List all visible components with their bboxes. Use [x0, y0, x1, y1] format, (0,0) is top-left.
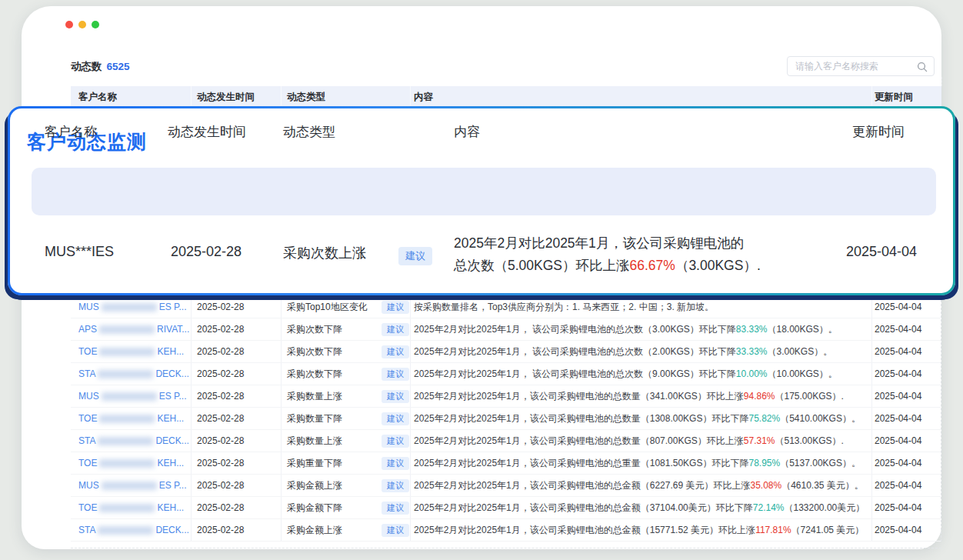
- dynamics-count-value: 6525: [107, 61, 130, 72]
- customer-name-link[interactable]: TOEKEH...: [78, 341, 192, 363]
- customer-name-link[interactable]: STADECK...: [78, 430, 192, 452]
- minimize-window-icon[interactable]: [78, 21, 86, 28]
- event-time: 2025-02-28: [197, 363, 244, 385]
- redacted-blur: [99, 504, 155, 512]
- redacted-blur: [98, 437, 153, 445]
- content-text: 2025年2月对比2025年1月，该公司采购锂电池的总金额（6227.69 美元…: [414, 480, 750, 491]
- column-header-customer: 客户名称: [78, 86, 117, 108]
- customer-name-suffix: ES P...: [159, 302, 187, 312]
- customer-name-link[interactable]: MUSES P...: [78, 296, 192, 318]
- customer-name-suffix: KEH...: [157, 346, 184, 357]
- event-type: 采购次数下降: [287, 318, 342, 341]
- event-type: 采购次数下降: [287, 363, 342, 385]
- customer-name-prefix: TOE: [78, 458, 97, 468]
- customer-name-link[interactable]: STADECK...: [78, 363, 192, 385]
- column-header-event-time: 动态发生时间: [197, 86, 255, 108]
- callout-customer-name[interactable]: MUS***IES: [45, 244, 114, 260]
- callout-content-line1: 2025年2月对比2025年1月，该公司采购锂电池的: [454, 235, 744, 251]
- search-icon[interactable]: [917, 62, 928, 72]
- suggestion-tag-cell: 建议: [382, 457, 409, 470]
- column-header-event-type: 动态类型: [287, 86, 325, 108]
- suggestion-tag: 建议: [382, 435, 409, 448]
- update-time: 2025-04-04: [875, 475, 921, 497]
- header-divider: [410, 86, 411, 105]
- content-text-after: （3.00KGS）。: [767, 346, 832, 357]
- event-type: 采购Top10地区变化: [287, 296, 368, 318]
- percent-value: 78.95%: [748, 458, 780, 468]
- content-text: 2025年2月对比2025年1月，该公司采购锂电池的总数量（807.00KGS）…: [414, 435, 744, 446]
- content-text-after: （133200.00美元）。: [785, 502, 861, 513]
- callout-event-type: 采购次数上涨: [283, 244, 366, 262]
- event-type: 采购数量上涨: [287, 385, 342, 408]
- customer-name-suffix: KEH...: [157, 458, 184, 468]
- search-input[interactable]: [788, 57, 934, 75]
- customer-name-prefix: MUS: [78, 302, 99, 312]
- update-time: 2025-04-04: [875, 519, 921, 542]
- customer-search-box: [787, 56, 935, 76]
- content-text: 2025年2月对比2025年1月，该公司采购锂电池的总数量（1308.00KGS…: [414, 413, 748, 424]
- callout-content-line2-after: （3.00KGS）.: [675, 258, 761, 273]
- customer-name-prefix: TOE: [78, 413, 97, 424]
- callout-event-time: 2025-02-28: [171, 244, 242, 260]
- event-content: 2025年2月对比2025年1月，该公司采购锂电池的总数量（341.00KGS）…: [414, 385, 860, 408]
- event-time: 2025-02-28: [197, 385, 244, 408]
- content-text: 2025年2月对比2025年1月， 该公司采购锂电池的总次数（3.00KGS）环…: [414, 324, 736, 335]
- redacted-blur: [102, 303, 157, 312]
- update-time: 2025-04-04: [875, 408, 921, 430]
- content-text-after: （513.00KGS）.: [775, 435, 844, 446]
- callout-column-event-time: 动态发生时间: [168, 108, 246, 156]
- suggestion-tag-cell: 建议: [382, 412, 409, 425]
- dynamics-count-label: 动态数: [71, 61, 102, 72]
- event-time: 2025-02-28: [197, 296, 244, 318]
- percent-value: 72.14%: [753, 502, 785, 513]
- table-row: STADECK... 2025-02-28 采购金额上涨 建议 2025年2月对…: [71, 519, 941, 542]
- suggestion-tag-cell: 建议: [382, 502, 409, 515]
- event-time: 2025-02-28: [197, 519, 244, 542]
- suggestion-tag: 建议: [382, 502, 409, 515]
- customer-name-suffix: DECK...: [155, 435, 188, 446]
- update-time: 2025-04-04: [875, 430, 921, 452]
- event-time: 2025-02-28: [197, 341, 244, 363]
- update-time: 2025-04-04: [875, 363, 921, 385]
- percent-value: 75.82%: [748, 413, 780, 424]
- event-time: 2025-02-28: [197, 430, 244, 452]
- customer-name-link[interactable]: MUSES P...: [78, 385, 192, 408]
- customer-name-link[interactable]: APSRIVAT...: [78, 318, 192, 341]
- suggestion-tag: 建议: [382, 479, 409, 492]
- customer-name-link[interactable]: TOEKEH...: [78, 452, 192, 475]
- customer-name-suffix: ES P...: [159, 480, 187, 491]
- customer-name-link[interactable]: TOEKEH...: [78, 497, 192, 519]
- screenshot-stage: 动态数6525 客户名称 动态发生时间 动态类型 内容 更新时间: [0, 0, 963, 560]
- zoom-window-icon[interactable]: [92, 21, 99, 28]
- table-row: STADECK... 2025-02-28 采购数量上涨 建议 2025年2月对…: [71, 430, 941, 452]
- close-window-icon[interactable]: [65, 21, 73, 28]
- callout-column-event-type: 动态类型: [283, 108, 335, 156]
- event-content: 2025年2月对比2025年1月，该公司采购锂电池的总金额（15771.52 美…: [414, 519, 860, 542]
- redacted-blur: [102, 482, 157, 490]
- customer-name-link[interactable]: TOEKEH...: [78, 408, 192, 430]
- table-row: TOEKEH... 2025-02-28 采购数量下降 建议 2025年2月对比…: [71, 408, 941, 430]
- event-time: 2025-02-28: [197, 318, 244, 341]
- callout-table-header: [32, 168, 936, 215]
- suggestion-tag-cell: 建议: [382, 323, 409, 336]
- redacted-blur: [99, 459, 155, 468]
- customer-name-link[interactable]: STADECK...: [78, 519, 192, 542]
- table-row: MUSES P... 2025-02-28 采购Top10地区变化 建议 按采购…: [71, 296, 941, 318]
- content-text: 2025年2月对比2025年1月，该公司采购锂电池的总金额（15771.52 美…: [414, 525, 755, 535]
- customer-name-prefix: MUS: [78, 480, 99, 491]
- suggestion-tag: 建议: [382, 412, 409, 425]
- customer-name-link[interactable]: MUSES P...: [78, 475, 192, 497]
- content-text-after: （175.00KGS）.: [775, 391, 844, 402]
- customer-name-prefix: APS: [78, 324, 97, 335]
- event-type: 采购次数下降: [287, 341, 342, 363]
- table-row: TOEKEH... 2025-02-28 采购重量下降 建议 2025年2月对比…: [71, 452, 941, 475]
- update-time: 2025-04-04: [875, 497, 921, 519]
- dynamics-count: 动态数6525: [71, 60, 130, 74]
- event-content: 按采购数量排名，Top3供应商分别为：1. 马来西亚；2. 中国；3. 新加坡。: [414, 296, 860, 318]
- event-type: 采购金额下降: [287, 497, 342, 519]
- event-content: 2025年2月对比2025年1月，该公司采购锂电池的总数量（807.00KGS）…: [414, 430, 860, 452]
- table-row: STADECK... 2025-02-28 采购次数下降 建议 2025年2月对…: [71, 363, 941, 385]
- event-content: 2025年2月对比2025年1月， 该公司采购锂电池的总次数（3.00KGS）环…: [414, 318, 860, 341]
- customer-name-suffix: RIVAT...: [157, 324, 189, 335]
- percent-value: 10.00%: [736, 368, 768, 379]
